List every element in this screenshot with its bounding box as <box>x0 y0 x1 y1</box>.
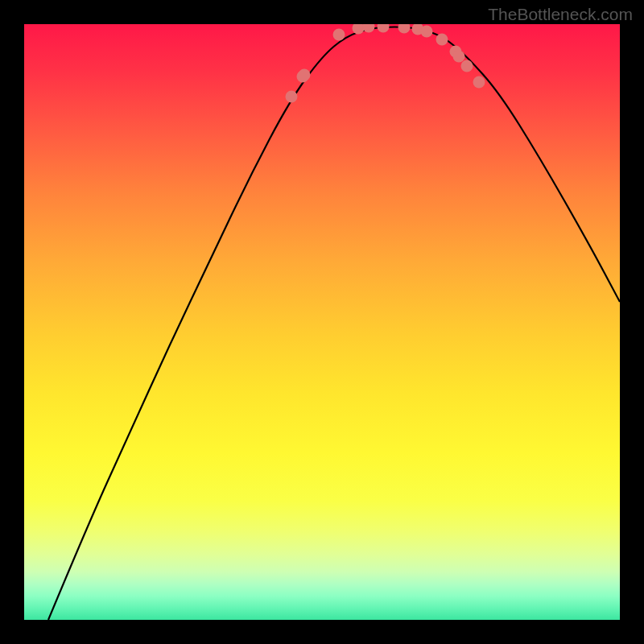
data-marker <box>333 29 345 41</box>
data-marker <box>421 26 433 38</box>
data-marker <box>363 24 375 33</box>
chart-svg <box>24 24 620 620</box>
data-marker <box>473 76 485 89</box>
watermark-text: TheBottleneck.com <box>488 5 633 24</box>
data-marker <box>453 51 465 63</box>
data-marker <box>398 24 411 34</box>
bottleneck-curve-line <box>48 27 620 621</box>
data-marker <box>286 91 298 103</box>
data-marker <box>353 24 365 35</box>
data-marker <box>299 69 311 81</box>
data-marker <box>436 34 448 46</box>
data-marker <box>378 24 390 33</box>
curve-path-group <box>48 27 620 621</box>
data-marker <box>461 60 473 72</box>
data-markers-group <box>286 24 485 103</box>
chart-frame <box>24 24 620 620</box>
